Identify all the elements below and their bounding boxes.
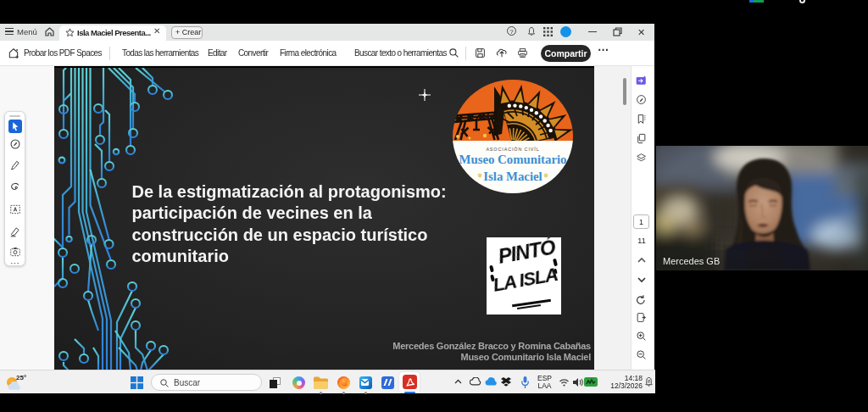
svg-text:Isla Maciel: Isla Maciel bbox=[483, 170, 542, 183]
svg-text:ASOCIACIÓN CIVÍL: ASOCIACIÓN CIVÍL bbox=[486, 147, 539, 152]
svg-text:Museo Comunitario: Museo Comunitario bbox=[459, 153, 566, 166]
